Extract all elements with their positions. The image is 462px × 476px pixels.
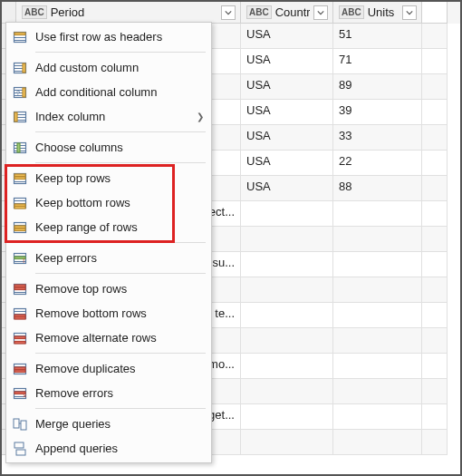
type-icon: ABC [246, 5, 272, 19]
cell-country[interactable]: USA [241, 74, 333, 100]
menu-separator [35, 408, 206, 409]
menu-item-remove-duplicates[interactable]: Remove duplicates [6, 356, 211, 381]
svg-rect-20 [14, 112, 17, 121]
table-context-menu: Use first row as headers Add custom colu… [5, 22, 212, 463]
headers-icon [12, 29, 28, 45]
cell-units[interactable]: 71 [333, 49, 422, 74]
cell-units[interactable] [333, 201, 422, 227]
svg-rect-81 [21, 421, 26, 430]
cell-extra [422, 354, 448, 379]
add-col-icon [12, 60, 28, 76]
cell-units[interactable] [333, 328, 422, 354]
menu-item-add-conditional-column[interactable]: ? Add conditional column [6, 80, 211, 104]
cell-country[interactable]: USA [241, 176, 333, 201]
cell-units[interactable]: 22 [333, 151, 422, 176]
cell-units[interactable]: 89 [333, 74, 422, 100]
menu-item-keep-range-of-rows[interactable]: Keep range of rows [6, 215, 211, 239]
menu-item-label: Keep range of rows [35, 220, 204, 234]
svg-text:!: ! [23, 257, 24, 265]
cell-country[interactable] [241, 252, 333, 277]
keep-errors-icon: ! [12, 250, 28, 267]
cell-extra [422, 125, 448, 151]
cell-country[interactable]: USA [241, 49, 333, 74]
cell-extra [422, 151, 448, 176]
cell-units[interactable]: 39 [333, 100, 422, 125]
svg-rect-42 [14, 226, 25, 228]
menu-item-merge-queries[interactable]: Merge queries [6, 412, 211, 436]
menu-item-add-custom-column[interactable]: Add custom column [6, 55, 211, 80]
cell-country[interactable] [241, 277, 333, 303]
menu-item-remove-top-rows[interactable]: Remove top rows [6, 277, 211, 301]
cell-units[interactable] [333, 379, 422, 404]
cell-extra [422, 100, 448, 125]
type-icon: ABC [339, 5, 364, 19]
menu-separator [35, 162, 206, 163]
remove-top-icon [12, 281, 28, 297]
chevron-right-icon: ❯ [197, 112, 204, 121]
cell-units[interactable]: 51 [333, 24, 422, 49]
column-header-country[interactable]: ABC Country [241, 2, 333, 24]
choose-cols-icon [12, 140, 28, 156]
column-filter-dropdown[interactable] [221, 5, 236, 20]
cell-extra [422, 379, 448, 404]
menu-item-remove-alternate-rows[interactable]: Remove alternate rows [6, 325, 211, 350]
cell-country[interactable]: USA [241, 100, 333, 125]
cell-extra [422, 252, 448, 277]
cell-country[interactable] [241, 227, 333, 252]
cell-country[interactable] [241, 379, 333, 404]
column-filter-dropdown[interactable] [402, 5, 417, 20]
cell-extra [422, 303, 448, 328]
cell-country[interactable] [241, 201, 333, 227]
menu-item-label: Remove errors [35, 386, 204, 400]
cell-country[interactable]: USA [241, 125, 333, 151]
svg-rect-55 [14, 287, 25, 290]
column-label: Country [275, 5, 310, 19]
svg-text:×: × [23, 392, 27, 400]
svg-rect-4 [14, 33, 25, 35]
menu-item-label: Keep top rows [35, 171, 204, 185]
cell-units[interactable] [333, 252, 422, 277]
cell-country[interactable] [241, 328, 333, 354]
cell-country[interactable] [241, 354, 333, 379]
svg-rect-82 [14, 442, 24, 448]
column-header-units[interactable]: ABC Units [333, 2, 422, 24]
cell-extra [422, 328, 448, 354]
cell-country[interactable]: USA [241, 24, 333, 49]
menu-item-index-column[interactable]: Index column❯ [6, 104, 211, 129]
table-corner-button[interactable] [2, 2, 16, 24]
cell-units[interactable] [333, 354, 422, 379]
column-header-period[interactable]: ABC Period [16, 2, 241, 24]
cell-country[interactable] [241, 430, 333, 455]
menu-item-remove-errors[interactable]: × Remove errors [6, 381, 211, 405]
cell-extra [422, 49, 448, 74]
column-filter-dropdown[interactable] [313, 5, 328, 20]
svg-rect-83 [16, 450, 25, 455]
cell-country[interactable] [241, 404, 333, 430]
menu-item-use-first-row-as-headers[interactable]: Use first row as headers [6, 24, 211, 49]
cell-units[interactable] [333, 303, 422, 328]
column-label: Period [51, 5, 85, 19]
cell-units[interactable]: 88 [333, 176, 422, 201]
menu-item-label: Add custom column [35, 61, 204, 74]
cell-units[interactable]: 33 [333, 125, 422, 151]
cell-country[interactable]: USA [241, 151, 333, 176]
menu-item-choose-columns[interactable]: Choose columns [6, 135, 211, 160]
cell-country[interactable] [241, 303, 333, 328]
menu-item-label: Remove alternate rows [35, 331, 204, 345]
cell-units[interactable] [333, 430, 422, 455]
menu-item-append-queries[interactable]: Append queries [6, 436, 211, 461]
menu-item-label: Remove top rows [35, 282, 204, 296]
menu-item-remove-bottom-rows[interactable]: Remove bottom rows [6, 301, 211, 325]
menu-item-keep-errors[interactable]: ! Keep errors [6, 246, 211, 270]
index-col-icon [12, 109, 28, 125]
cell-units[interactable] [333, 404, 422, 430]
menu-item-keep-top-rows[interactable]: Keep top rows [6, 166, 211, 190]
cell-units[interactable] [333, 277, 422, 303]
type-icon: ABC [22, 5, 47, 19]
chevron-down-icon [225, 9, 232, 16]
svg-rect-80 [14, 419, 19, 428]
cell-extra [422, 201, 448, 227]
menu-separator [35, 131, 206, 132]
menu-item-keep-bottom-rows[interactable]: Keep bottom rows [6, 190, 211, 215]
cell-units[interactable] [333, 227, 422, 252]
